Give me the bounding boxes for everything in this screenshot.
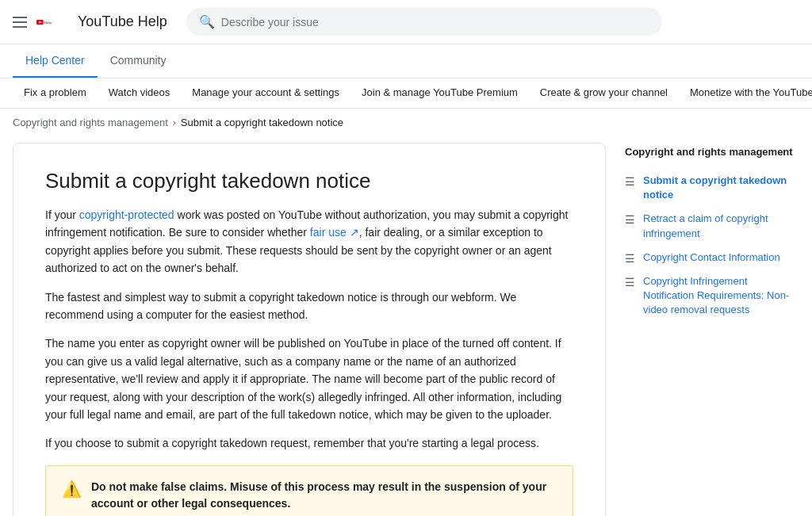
sidebar-item-notification-requirements[interactable]: ☰ Copyright Infringement Notification Re… — [625, 269, 799, 323]
main-layout: Submit a copyright takedown notice If yo… — [0, 136, 812, 516]
sidebar-item-label-3: Copyright Contact Information — [643, 250, 780, 265]
tab-community[interactable]: Community — [98, 44, 179, 78]
tab-help-center[interactable]: Help Center — [13, 44, 98, 78]
sidebar: Copyright and rights management ☰ Submit… — [625, 143, 799, 516]
search-input[interactable] — [221, 16, 649, 29]
sidebar-item-retract-claim[interactable]: ☰ Retract a claim of copyright infringem… — [625, 207, 799, 245]
article-title: Submit a copyright takedown notice — [45, 169, 573, 193]
article-paragraph-3: The name you enter as copyright owner wi… — [45, 334, 573, 423]
article-paragraph-2: The fastest and simplest way to submit a… — [45, 289, 573, 324]
cat-watch-videos[interactable]: Watch videos — [98, 78, 182, 108]
cat-manage-account[interactable]: Manage your account & settings — [181, 78, 350, 108]
menu-button[interactable] — [13, 17, 27, 28]
breadcrumb-separator: › — [173, 117, 176, 128]
sidebar-doc-icon-2: ☰ — [625, 213, 635, 226]
sidebar-item-label-4: Copyright Infringement Notification Requ… — [643, 274, 799, 318]
article-card: Submit a copyright takedown notice If yo… — [13, 143, 606, 516]
sidebar-item-label-2: Retract a claim of copyright infringemen… — [643, 212, 799, 240]
cat-join-premium[interactable]: Join & manage YouTube Premium — [350, 78, 529, 108]
header-title: YouTube Help — [78, 13, 167, 30]
category-nav: Fix a problem Watch videos Manage your a… — [0, 78, 812, 109]
article-paragraph-1: If your copyright-protected work was pos… — [45, 206, 573, 277]
warning-box: ⚠️ Do not make false claims. Misuse of t… — [45, 465, 573, 516]
breadcrumb-current: Submit a copyright takedown notice — [181, 117, 343, 128]
warning-icon: ⚠️ — [62, 480, 82, 499]
breadcrumb-parent[interactable]: Copyright and rights management — [13, 117, 168, 128]
breadcrumb: Copyright and rights management › Submit… — [0, 109, 812, 136]
warning-text: Do not make false claims. Misuse of this… — [91, 479, 557, 512]
content-area: Submit a copyright takedown notice If yo… — [13, 143, 606, 516]
header: Help YouTube Help 🔍 — [0, 0, 812, 44]
tab-nav: Help Center Community — [0, 44, 812, 78]
sidebar-doc-icon-3: ☰ — [625, 252, 635, 265]
fair-use-link[interactable]: fair use ↗ — [310, 226, 359, 239]
search-icon: 🔍 — [199, 14, 215, 29]
copyright-protected-link[interactable]: copyright-protected — [79, 208, 174, 221]
article-body: If your copyright-protected work was pos… — [45, 206, 573, 516]
sidebar-item-label-1: Submit a copyright takedown notice — [643, 174, 799, 202]
cat-monetize[interactable]: Monetize with the YouTube Partner Progra… — [679, 78, 812, 108]
article-paragraph-4: If you choose to submit a copyright take… — [45, 434, 573, 452]
sidebar-item-submit-takedown[interactable]: ☰ Submit a copyright takedown notice — [625, 169, 799, 207]
sidebar-title: Copyright and rights management — [625, 146, 799, 158]
cat-fix-problem[interactable]: Fix a problem — [13, 78, 98, 108]
svg-text:Help: Help — [44, 20, 52, 24]
search-bar: 🔍 — [186, 8, 662, 36]
sidebar-doc-icon-4: ☰ — [625, 276, 635, 289]
youtube-icon: Help — [36, 14, 59, 30]
sidebar-doc-icon-1: ☰ — [625, 175, 635, 188]
logo: Help — [36, 14, 59, 30]
sidebar-item-contact-info[interactable]: ☰ Copyright Contact Information — [625, 246, 799, 269]
cat-create-grow[interactable]: Create & grow your channel — [529, 78, 679, 108]
